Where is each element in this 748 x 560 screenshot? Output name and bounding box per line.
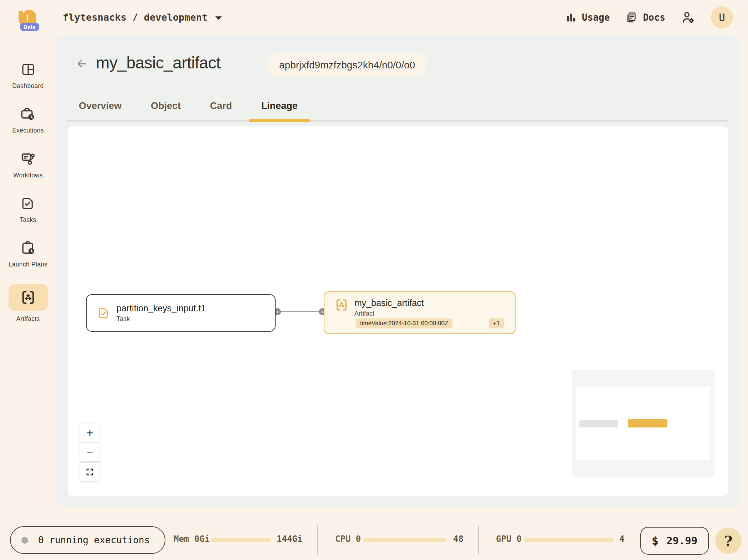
- sidebar-item-label: Dashboard: [12, 81, 43, 90]
- sidebar-item-label: Launch Plans: [9, 260, 48, 269]
- graph-node-task[interactable]: partition_keys_input.t1 Task: [86, 294, 276, 332]
- cpu-meter-label: CPU 0: [335, 534, 361, 544]
- sidebar-item-executions[interactable]: Executions: [12, 105, 44, 135]
- docs-icon: [625, 11, 637, 24]
- main-panel: my_basic_artifact apbrjxfd9mzfzbgs2kh4/n…: [56, 35, 739, 506]
- node-subtitle: Task: [117, 315, 206, 323]
- node-subtitle: Artifact: [354, 310, 424, 317]
- help-button[interactable]: ?: [715, 528, 742, 554]
- artifacts-icon: [20, 289, 36, 306]
- tab-card[interactable]: Card: [198, 92, 244, 120]
- usage-label: Usage: [582, 12, 610, 23]
- graph-node-artifact[interactable]: my_basic_artifact Artifact timeValue:202…: [324, 291, 516, 334]
- cpu-meter-bar: [363, 538, 446, 542]
- mem-meter-label: Mem 0Gi: [174, 534, 210, 544]
- sidebar-item-artifacts[interactable]: Artifacts: [9, 284, 48, 323]
- sidebar-item-tasks[interactable]: Tasks: [20, 195, 36, 224]
- admin-settings-button[interactable]: [681, 10, 695, 25]
- gpu-meter-label: GPU 0: [496, 534, 522, 544]
- sidebar-nav: Dashboard Executions: [0, 35, 56, 560]
- chevron-right-icon: ›: [322, 309, 323, 314]
- cost-button[interactable]: $ 29.99: [640, 527, 709, 555]
- avatar[interactable]: U: [711, 6, 733, 28]
- node-title: partition_keys_input.t1: [117, 303, 206, 313]
- project-domain-selector[interactable]: flytesnacks / development: [63, 0, 222, 35]
- cost-amount: 29.99: [666, 535, 697, 547]
- partition-badge: timeValue:2024-10-31 00:00:00Z: [356, 318, 452, 328]
- back-button[interactable]: [75, 58, 88, 70]
- running-executions-label: 0 running executions: [38, 535, 150, 545]
- chevron-down-icon: [215, 16, 222, 20]
- top-bar: Beta flytesnacks / development Usage: [0, 0, 748, 35]
- tab-object[interactable]: Object: [139, 92, 193, 120]
- gpu-meter-bar: [524, 538, 614, 542]
- chevron-right-icon: ›: [277, 309, 278, 314]
- workflows-icon: [20, 151, 36, 167]
- sidebar-item-label: Executions: [12, 126, 44, 135]
- dashboard-icon: [21, 62, 36, 77]
- arrow-left-icon: [75, 58, 88, 69]
- node-title: my_basic_artifact: [354, 298, 424, 308]
- divider: [478, 525, 479, 555]
- cpu-meter-max: 48: [453, 534, 463, 544]
- artifact-node-icon: [334, 298, 349, 312]
- sidebar-item-dashboard[interactable]: Dashboard: [12, 61, 43, 90]
- beta-badge: Beta: [20, 23, 39, 31]
- minimap-task-node: [579, 420, 618, 427]
- usage-button[interactable]: Usage: [566, 12, 610, 23]
- artifact-id-badge: apbrjxfd9mzfzbgs2kh4/n0/0/o0: [267, 53, 427, 77]
- status-dot-icon: [21, 537, 28, 544]
- status-bar: 0 running executions Mem 0Gi 144Gi CPU 0…: [0, 506, 748, 560]
- lineage-canvas[interactable]: › › partition_keys_input.t1 Task: [68, 126, 728, 496]
- breadcrumb-label: flytesnacks / development: [63, 12, 208, 23]
- bar-chart-icon: [566, 12, 577, 23]
- gpu-meter-max: 4: [619, 534, 624, 544]
- tab-bar: Overview Object Card Lineage: [67, 92, 728, 121]
- top-right-actions: Usage Docs: [566, 0, 733, 35]
- divider: [317, 525, 318, 555]
- graph-minimap[interactable]: [572, 370, 714, 477]
- running-executions-pill[interactable]: 0 running executions: [10, 526, 165, 554]
- zoom-out-button[interactable]: −: [80, 442, 99, 461]
- tasks-icon: [20, 196, 35, 211]
- docs-button[interactable]: Docs: [625, 11, 665, 24]
- task-node-icon: [97, 307, 110, 320]
- fullscreen-icon: [85, 467, 94, 477]
- sidebar-item-label: Artifacts: [16, 314, 40, 323]
- executions-icon: [20, 106, 36, 122]
- avatar-initial: U: [719, 11, 725, 24]
- mem-meter-bar: [211, 538, 271, 542]
- fit-view-button[interactable]: [80, 462, 99, 481]
- launch-plans-icon: [20, 240, 36, 256]
- minimap-artifact-node: [628, 419, 667, 427]
- sidebar-item-workflows[interactable]: Workflows: [13, 150, 43, 180]
- user-gear-icon: [681, 10, 695, 25]
- more-partitions-badge: +1: [489, 318, 504, 328]
- zoom-in-button[interactable]: +: [80, 424, 99, 442]
- tab-lineage[interactable]: Lineage: [249, 92, 310, 120]
- page-title: my_basic_artifact: [96, 53, 220, 72]
- mem-meter-max: 144Gi: [277, 534, 302, 544]
- tab-overview[interactable]: Overview: [67, 92, 134, 120]
- question-mark-icon: ?: [724, 533, 732, 549]
- sidebar-item-launch-plans[interactable]: Launch Plans: [9, 239, 48, 269]
- zoom-controls: + −: [80, 424, 99, 481]
- sidebar-item-label: Workflows: [13, 171, 43, 180]
- currency-symbol: $: [652, 534, 659, 548]
- sidebar-item-label: Tasks: [20, 215, 36, 224]
- docs-label: Docs: [643, 12, 665, 23]
- graph-edge: [277, 311, 322, 312]
